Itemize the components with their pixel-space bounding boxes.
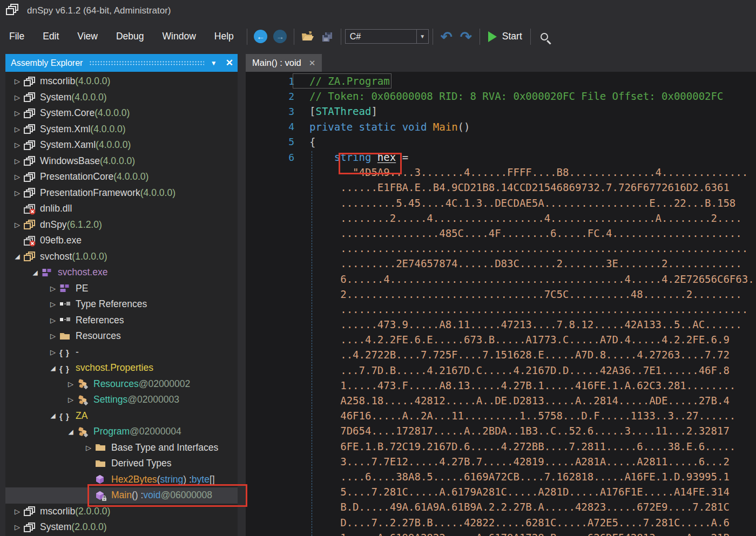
collapse-arrow-icon[interactable]: ◢ [49, 364, 57, 372]
code-line-hex-12[interactable]: ....4.2.2FE.6.E.....673.B.....A1773.C...… [246, 332, 756, 347]
undo-button[interactable]: ↶ [437, 27, 456, 46]
tree-item-svchost-properties[interactable]: ◢{ }svchost.Properties [5, 360, 238, 376]
code-line-hex-2[interactable]: ......E1FBA.E..B4.9CD21B8.14CCD215468697… [246, 180, 756, 195]
menu-item-edit[interactable]: Edit [33, 26, 68, 46]
tree-item-mscorlib-4-0-0-0[interactable]: ▷ mscorlib (4.0.0.0) [5, 73, 238, 90]
tree-item-svchost-1-0-0-0[interactable]: ◢ svchost (1.0.0.0) [5, 249, 238, 265]
code-line-1[interactable]: 1// ZA.Program [246, 73, 756, 89]
expand-arrow-icon[interactable]: ▷ [49, 284, 57, 293]
code-line-hex-25[interactable]: 1.....A.6199A2822.....A.6179A1728.B.....… [246, 530, 756, 536]
menu-item-window[interactable]: Window [153, 26, 205, 46]
expand-arrow-icon[interactable]: ▷ [49, 332, 57, 340]
collapse-arrow-icon[interactable]: ◢ [66, 428, 75, 436]
code-line-hex-23[interactable]: B.D.....49A.61A9A.61B9A.2.2.27B.A.....42… [246, 499, 756, 514]
code-line-4[interactable]: 4private static void Main() [246, 119, 756, 134]
start-button[interactable]: Start [484, 31, 526, 42]
tree-item-pe[interactable]: ▷ PE [5, 281, 238, 297]
language-selector[interactable]: C# ▼ [345, 29, 429, 44]
tree-item-references[interactable]: ▷ References [5, 313, 238, 329]
code-line-hex-7[interactable]: .........2E74657874......D83C......2....… [246, 256, 756, 271]
code-line-hex-21[interactable]: ....6....38A8.5.....6169A72CB....7.16281… [246, 469, 756, 484]
tree-item-system-xml-4-0-0-0[interactable]: ▷ System.Xml (4.0.0.0) [5, 121, 238, 138]
expand-arrow-icon[interactable]: ▷ [13, 141, 22, 149]
code-line-hex-11[interactable]: ......473.9.....A8.11.....47213....7.8.1… [246, 317, 756, 332]
expand-arrow-icon[interactable]: ▷ [13, 109, 22, 117]
tree-item-system-xaml-4-0-0-0[interactable]: ▷ System.Xaml (4.0.0.0) [5, 137, 238, 153]
code-line-hex-16[interactable]: A258.18.....42812.....A..DE.D2813.....A.… [246, 393, 756, 408]
menu-item-view[interactable]: View [68, 26, 107, 46]
code-line-hex-20[interactable]: 3....7.7E12.....4.27B.7.....42819.....A2… [246, 454, 756, 469]
tree-item-presentationcore-4-0-0-0[interactable]: ▷ PresentationCore (4.0.0.0) [5, 169, 238, 185]
tree-item-system-4-0-0-0[interactable]: ▷ System (4.0.0.0) [5, 90, 238, 106]
expand-arrow-icon[interactable]: ▷ [13, 507, 22, 515]
code-line-hex-10[interactable]: ........................................… [246, 302, 756, 317]
tree-item-resources[interactable]: ▷ Resources [5, 328, 238, 344]
tree-item-settings-02000003[interactable]: ▷ Settings @02000003 [5, 392, 238, 408]
menu-item-debug[interactable]: Debug [107, 26, 153, 46]
menu-item-file[interactable]: File [0, 26, 33, 46]
code-line-hex-19[interactable]: 6FE.1.B.72C19.2167D.6.....4.272BB....7.2… [246, 439, 756, 454]
search-button[interactable] [535, 27, 554, 46]
expand-arrow-icon[interactable]: ▷ [66, 396, 75, 404]
tree-item-derived-types[interactable]: Derived Types [5, 456, 238, 472]
code-line-hex-5[interactable]: ................485C....4F........6.....… [246, 226, 756, 241]
code-view[interactable]: 1// ZA.Program2// Token: 0x06000008 RID:… [246, 72, 756, 536]
tree-item-windowsbase-4-0-0-0[interactable]: ▷ WindowsBase (4.0.0.0) [5, 153, 238, 169]
code-line-hex-14[interactable]: ...7.7D.B.....4.2167D.C.....4.2167D.D...… [246, 363, 756, 378]
code-line-2[interactable]: 2// Token: 0x06000008 RID: 8 RVA: 0x0000… [246, 89, 756, 104]
collapse-arrow-icon[interactable]: ◢ [49, 412, 57, 419]
assembly-explorer-header[interactable]: Assembly Explorer ▼ ✕ [5, 54, 238, 72]
tree-item-base-type-and-interfaces[interactable]: ▷ Base Type and Interfaces [5, 440, 238, 456]
collapse-arrow-icon[interactable]: ◢ [31, 269, 39, 276]
tree-item-svchost-exe[interactable]: ◢ svchost.exe [5, 264, 238, 281]
expand-arrow-icon[interactable]: ▷ [13, 221, 22, 229]
tree-item-dnspy-6-1-2-0[interactable]: ▷ dnSpy (6.1.2.0) [5, 217, 238, 233]
menu-item-help[interactable]: Help [205, 26, 243, 46]
tree-item-type-references[interactable]: ▷ Type References [5, 296, 238, 313]
code-line-hex-8[interactable]: 6......4................................… [246, 271, 756, 286]
code-line-hex-17[interactable]: 46F16.....A..2A...11.........1..5758...D… [246, 408, 756, 423]
expand-arrow-icon[interactable]: ▷ [13, 173, 22, 181]
tab-main-void[interactable]: Main() : void ✕ [246, 54, 322, 72]
tree-item-presentationframework-4-0-0-0[interactable]: ▷ PresentationFramework (4.0.0.0) [5, 185, 238, 201]
code-line-hex-3[interactable]: .........5.45....4C.1.3..DECDAE5A.......… [246, 195, 756, 211]
collapse-arrow-icon[interactable]: ◢ [13, 253, 22, 260]
tree-item-[interactable]: ▷{ }- [5, 344, 238, 361]
nav-forward-button[interactable]: → [271, 27, 290, 46]
code-line-hex-1[interactable]: "4D5A9....3.......4......FFFF....B8.....… [246, 165, 756, 180]
tree-item-system-core-4-0-0-0[interactable]: ▷ System.Core (4.0.0.0) [5, 105, 238, 121]
open-file-button[interactable] [298, 27, 318, 46]
tree-item-za[interactable]: ◢{ }ZA [5, 408, 238, 424]
expand-arrow-icon[interactable]: ▷ [13, 523, 22, 531]
code-line-hex-4[interactable]: ........2.....4..................4......… [246, 211, 756, 226]
tree-item-resources-02000002[interactable]: ▷ Resources @02000002 [5, 376, 238, 392]
expand-arrow-icon[interactable]: ▷ [13, 157, 22, 165]
expand-arrow-icon[interactable]: ▷ [49, 300, 57, 308]
tree-item-dnlib-dll[interactable]: dnlib.dll [5, 201, 238, 217]
panel-close-icon[interactable]: ✕ [226, 57, 233, 69]
tree-item-09efb-exe[interactable]: 09efb.exe [5, 233, 238, 249]
save-all-button[interactable] [318, 27, 337, 46]
code-line-hex-9[interactable]: 2................................7C5C...… [246, 287, 756, 302]
expand-arrow-icon[interactable]: ▷ [13, 93, 22, 101]
expand-arrow-icon[interactable]: ▷ [84, 444, 93, 452]
code-line-hex-6[interactable]: ........................................… [246, 241, 756, 256]
nav-back-button[interactable]: ← [251, 27, 271, 46]
code-line-hex-15[interactable]: 1.....473.F.....A8.13.....4.27B.1.....41… [246, 378, 756, 393]
code-line-6[interactable]: 6 string hex = [246, 150, 756, 165]
code-line-hex-18[interactable]: 7D654....172817.....A..2BDA..1B3..C..52.… [246, 423, 756, 438]
expand-arrow-icon[interactable]: ▷ [13, 77, 22, 85]
expand-arrow-icon[interactable]: ▷ [66, 380, 75, 388]
expand-arrow-icon[interactable]: ▷ [49, 316, 57, 324]
code-line-hex-24[interactable]: D....7..2.27B.B.....42822.....6281C.....… [246, 514, 756, 530]
code-line-hex-22[interactable]: 5....7.281C.....A.6179A281C.....A281D...… [246, 484, 756, 499]
tree-item-system-2-0-0-0[interactable]: ▷ System (2.0.0.0) [5, 519, 238, 535]
code-line-3[interactable]: 3[STAThread] [246, 104, 756, 119]
drag-grip[interactable] [89, 60, 204, 66]
expand-arrow-icon[interactable]: ▷ [13, 125, 22, 133]
code-line-hex-13[interactable]: ..4.2722B....7.725F....7.151628.E.....A7… [246, 347, 756, 362]
tab-close-icon[interactable]: ✕ [309, 58, 316, 68]
code-line-5[interactable]: 5{ [246, 134, 756, 150]
expand-arrow-icon[interactable]: ▷ [13, 189, 22, 197]
redo-button[interactable]: ↷ [456, 27, 476, 46]
